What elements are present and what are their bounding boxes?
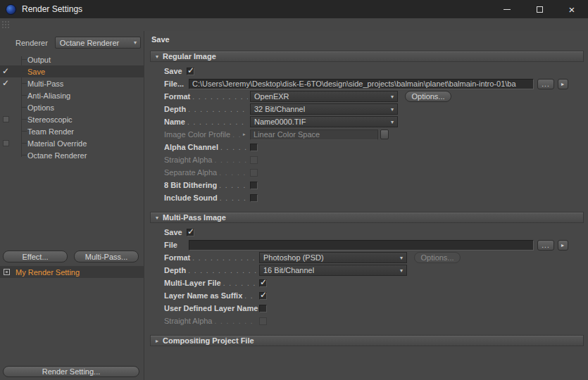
panel-title: Save — [144, 31, 588, 48]
name-row: Name. . . . . . . . . . . . . . . . . . … — [150, 115, 584, 128]
effects-button-row: Effect... Multi-Pass... — [3, 251, 139, 262]
multi-pass-rows: Save ✓ File ... ▸ Format. . . . . . . . … — [150, 223, 584, 331]
render-settings-window: Render Settings × Renderer Octane Render… — [0, 0, 588, 380]
tree-item-multi-pass[interactable]: ✓ Multi-Pass — [0, 77, 144, 89]
maximize-button[interactable] — [523, 0, 556, 18]
tree-item-label: Team Render — [27, 127, 74, 136]
close-button[interactable]: × — [556, 0, 588, 18]
include-sound-checkbox[interactable] — [250, 194, 258, 202]
main-area: Renderer Octane Renderer ▾ Output ✓ Save… — [0, 31, 588, 380]
tree-item-team-render[interactable]: Team Render — [0, 125, 144, 137]
multi-pass-image-section: ▾ Multi-Pass Image Save ✓ File ... ▸ — [150, 212, 584, 331]
format-row: Format. . . . . . . . . . . . . . . . . … — [150, 90, 584, 103]
render-setting-icon — [4, 269, 10, 275]
mp-depth-row: Depth. . . . . . . . . . . . . . . . . .… — [150, 264, 584, 277]
mp-file-path-input[interactable] — [189, 240, 534, 251]
mp-file-label: File — [164, 241, 177, 249]
compositing-project-file-header[interactable]: ▸ Compositing Project File — [150, 335, 584, 346]
tree-item-stereoscopic[interactable]: Stereoscopic — [0, 113, 144, 125]
layer-name-suffix-checkbox[interactable]: ✓ — [259, 292, 267, 300]
mp-straight-alpha-label: Straight Alpha — [164, 317, 213, 325]
enable-checkbox[interactable] — [3, 140, 9, 146]
chevron-down-icon: ▾ — [400, 267, 403, 274]
render-setting-item[interactable]: My Render Setting — [0, 266, 144, 278]
dithering-label: 8 Bit Dithering — [164, 181, 217, 189]
compositing-project-file-section: ▸ Compositing Project File — [150, 335, 584, 346]
dock-grip-icon[interactable] — [2, 21, 11, 30]
effect-button[interactable]: Effect... — [3, 251, 68, 262]
multi-pass-button[interactable]: Multi-Pass... — [74, 251, 139, 262]
tree-item-material-override[interactable]: Material Override — [0, 137, 144, 149]
user-defined-layer-name-label: User Defined Layer Name — [164, 304, 258, 312]
dotted-leader: . . . . . . . . . . . . . . . . . . . . … — [215, 156, 249, 164]
multi-pass-image-header[interactable]: ▾ Multi-Pass Image — [150, 212, 584, 223]
depth-dropdown[interactable]: 32 Bit/Channel ▾ — [250, 103, 398, 115]
tree-item-options[interactable]: Options — [0, 101, 144, 113]
file-arrow-button[interactable]: ▸ — [558, 79, 568, 89]
enable-checkbox[interactable] — [3, 116, 9, 122]
tree-item-label: Stereoscopic — [27, 115, 73, 124]
mp-save-checkbox[interactable]: ✓ — [187, 229, 194, 236]
regular-image-rows: Save ✓ File... ... ▸ Format. . . . . . .… — [150, 62, 584, 208]
tree-item-label: Material Override — [27, 139, 87, 148]
chevron-down-icon: ▾ — [391, 94, 394, 100]
save-checkbox[interactable]: ✓ — [187, 68, 194, 75]
mp-save-label: Save — [164, 228, 182, 236]
check-icon[interactable]: ✓ — [2, 66, 9, 76]
include-sound-label: Include Sound — [164, 194, 218, 202]
name-format-value: Name0000.TIF — [254, 118, 306, 126]
color-profile-field: Linear Color Space — [250, 129, 378, 140]
settings-tree: Output ✓ Save ✓ Multi-Pass Anti-Aliasing… — [0, 53, 144, 163]
triangle-down-icon: ▾ — [156, 53, 158, 60]
image-color-profile-row: Image Color Profile. . . . . . . . . . .… — [150, 128, 584, 141]
tree-item-save[interactable]: ✓ Save — [0, 65, 144, 77]
alpha-channel-row: Alpha Channel. . . . . . . . . . . . . .… — [150, 141, 584, 153]
mp-format-row: Format. . . . . . . . . . . . . . . . . … — [150, 251, 584, 264]
tree-item-anti-aliasing[interactable]: Anti-Aliasing — [0, 89, 144, 101]
app-icon — [6, 4, 16, 15]
mp-file-arrow-button[interactable]: ▸ — [558, 240, 568, 251]
user-defined-layer-name-checkbox[interactable] — [259, 305, 267, 312]
include-sound-row: Include Sound. . . . . . . . . . . . . .… — [150, 191, 584, 204]
mp-depth-label: Depth — [164, 266, 186, 274]
tree-item-label: Options — [27, 103, 54, 112]
check-icon: ✓ — [260, 277, 267, 287]
minimize-button[interactable] — [491, 0, 523, 18]
straight-alpha-row: Straight Alpha. . . . . . . . . . . . . … — [150, 153, 584, 166]
tree-item-label: Anti-Aliasing — [27, 91, 70, 100]
check-icon[interactable]: ✓ — [2, 78, 9, 88]
mp-depth-dropdown[interactable]: 16 Bit/Channel ▾ — [259, 265, 407, 276]
mp-browse-button[interactable]: ... — [537, 240, 554, 251]
name-format-dropdown[interactable]: Name0000.TIF ▾ — [250, 116, 398, 127]
section-title: Compositing Project File — [163, 336, 254, 345]
render-setting-button[interactable]: Render Setting... — [3, 366, 139, 377]
profile-options-button[interactable] — [380, 129, 389, 139]
check-icon: ✓ — [260, 290, 267, 300]
multi-layer-file-row: Multi-Layer File. . . . . . . . . . . . … — [150, 277, 584, 289]
format-dropdown[interactable]: OpenEXR ▾ — [250, 91, 398, 102]
renderer-dropdown[interactable]: Octane Renderer ▾ — [55, 37, 141, 49]
regular-image-header[interactable]: ▾ Regular Image — [150, 51, 584, 62]
mp-straight-alpha-checkbox — [259, 317, 267, 325]
browse-button[interactable]: ... — [537, 79, 554, 89]
alpha-channel-checkbox[interactable] — [250, 144, 258, 151]
arrow-right-icon: ▸ — [561, 242, 565, 248]
color-profile-value: Linear Color Space — [254, 130, 320, 139]
dithering-checkbox[interactable] — [250, 182, 258, 189]
settings-sidebar: Renderer Octane Renderer ▾ Output ✓ Save… — [0, 31, 144, 380]
tree-item-label: Output — [27, 56, 51, 64]
section-title: Regular Image — [163, 52, 216, 61]
mp-format-dropdown[interactable]: Photoshop (PSD) ▾ — [259, 252, 407, 263]
file-label: File... — [164, 80, 184, 88]
multi-layer-file-checkbox[interactable]: ✓ — [259, 279, 267, 287]
separate-alpha-label: Separate Alpha — [164, 168, 217, 177]
triangle-right-icon: ▸ — [156, 338, 158, 344]
tree-item-output[interactable]: Output — [0, 53, 144, 65]
mp-save-row: Save ✓ — [150, 226, 584, 239]
tree-item-octane-renderer[interactable]: Octane Renderer — [0, 149, 144, 161]
layer-name-suffix-label: Layer Name as Suffix — [164, 291, 242, 300]
save-label: Save — [164, 67, 182, 75]
dotted-leader: . . . . . . . . . . . . . . . . . . . . … — [223, 279, 257, 287]
format-options-button[interactable]: Options... — [405, 91, 451, 102]
file-path-input[interactable] — [189, 79, 534, 89]
